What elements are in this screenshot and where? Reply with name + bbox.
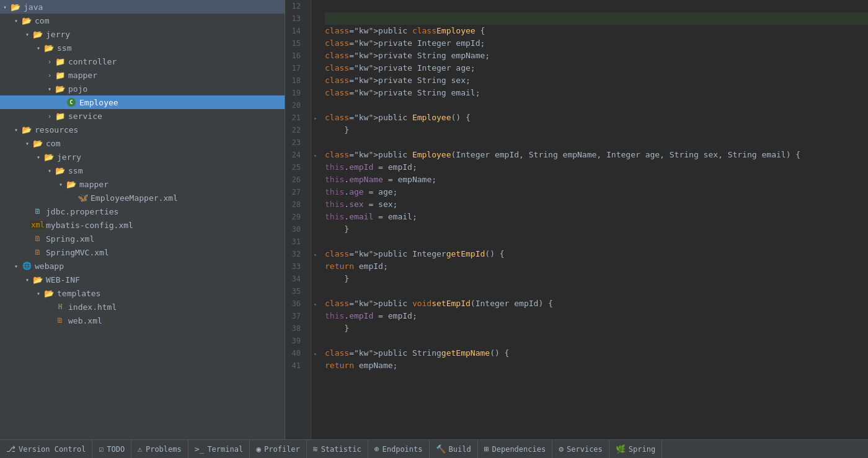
- tree-item-controller[interactable]: 📁controller: [0, 55, 285, 68]
- fold-marker[interactable]: ▸: [314, 350, 317, 357]
- tree-arrow-mapper[interactable]: [45, 72, 55, 79]
- tree-item-webxml[interactable]: 🗎web.xml: [0, 314, 285, 327]
- bottom-tool-label-spring: Spring: [629, 445, 655, 454]
- code-line-28: this.sex = sex;: [325, 198, 868, 211]
- tree-item-springmvc[interactable]: 🗎SpringMVC.xml: [0, 245, 285, 259]
- tree-arrow-com2[interactable]: [22, 140, 32, 147]
- tree-item-ssm1[interactable]: 📂ssm: [0, 41, 285, 55]
- line-number-13: 13: [285, 12, 306, 25]
- fold-marker[interactable]: ▸: [314, 152, 317, 159]
- line-number-31: 31: [285, 236, 306, 248]
- tree-label-ssm2: ssm: [68, 166, 82, 175]
- gutter-41: [311, 359, 320, 372]
- tree-item-templates[interactable]: 📂templates: [0, 286, 285, 300]
- code-line-33: return empId;: [325, 260, 868, 273]
- folder-open-icon: 📂: [33, 30, 43, 39]
- gutter-20: [311, 99, 320, 112]
- file-icon-pojo: 📂: [55, 84, 66, 93]
- tree-arrow-webapp[interactable]: [11, 263, 21, 270]
- tree-arrow-webinf[interactable]: [22, 276, 32, 283]
- bottom-tool-profiler[interactable]: ◉Profiler: [250, 440, 307, 458]
- file-tree: 📂java📂com📂jerry📂ssm📁controller📁mapper📂po…: [0, 0, 285, 439]
- fold-marker[interactable]: ▸: [314, 301, 317, 307]
- file-icon-webinf: 📂: [32, 275, 43, 284]
- code-line-39: [325, 335, 868, 347]
- fold-marker[interactable]: ▸: [314, 115, 317, 121]
- xml2-icon: 🗎: [34, 248, 42, 257]
- tree-item-com2[interactable]: 📂com: [0, 136, 285, 150]
- tree-arrow-resources[interactable]: [11, 126, 21, 133]
- tree-label-templates: templates: [57, 289, 100, 298]
- line-number-30: 30: [285, 223, 306, 236]
- tree-label-com2: com: [46, 139, 60, 148]
- tree-item-ssm2[interactable]: 📂ssm: [0, 164, 285, 177]
- file-icon-com2: 📂: [32, 139, 43, 148]
- bottom-tool-terminal[interactable]: >_Terminal: [188, 440, 250, 458]
- tree-item-jdbc[interactable]: 🗎jdbc.properties: [0, 205, 285, 218]
- bottom-tool-todo[interactable]: ☑TODO: [92, 440, 131, 458]
- folder-open-icon: 📂: [44, 289, 54, 298]
- tree-item-indexhtml[interactable]: Hindex.html: [0, 300, 285, 314]
- tree-arrow-mapper2[interactable]: [56, 181, 66, 188]
- bottom-tool-statistic[interactable]: ≋Statistic: [307, 440, 368, 458]
- bottom-tool-label-endpoints: Endpoints: [383, 445, 423, 454]
- tree-arrow-pojo[interactable]: [45, 86, 55, 92]
- tree-item-service[interactable]: 📁service: [0, 109, 285, 123]
- tree-item-mybatis[interactable]: xmlmybatis-config.xml: [0, 218, 285, 232]
- tree-item-resources[interactable]: 📂resources: [0, 123, 285, 136]
- tree-item-webapp[interactable]: 🌐webapp: [0, 259, 285, 273]
- tree-arrow-templates[interactable]: [33, 290, 43, 297]
- bottom-tool-endpoints[interactable]: ⊕Endpoints: [368, 440, 430, 458]
- line-number-21: 21: [285, 112, 306, 124]
- line-number-17: 17: [285, 62, 306, 74]
- tree-arrow-java[interactable]: [0, 4, 10, 11]
- folder-open-icon: 📂: [55, 166, 65, 175]
- tree-item-com1[interactable]: 📂com: [0, 14, 285, 27]
- tree-item-jerry1[interactable]: 📂jerry: [0, 27, 285, 41]
- bottom-tool-spring[interactable]: 🌿Spring: [609, 440, 662, 458]
- tree-item-EmployeeMapper[interactable]: 🦋EmployeeMapper.xml: [0, 191, 285, 205]
- gutter-23: [311, 136, 320, 149]
- tree-item-mapper2[interactable]: 📂mapper: [0, 177, 285, 191]
- code-line-25: this.empId = empId;: [325, 161, 868, 174]
- tree-item-mapper[interactable]: 📁mapper: [0, 68, 285, 82]
- tree-arrow-ssm1[interactable]: [33, 45, 43, 51]
- tree-item-pojo[interactable]: 📂pojo: [0, 82, 285, 95]
- code-line-20: [325, 99, 868, 112]
- bottom-tool-problems[interactable]: ⚠Problems: [131, 440, 188, 458]
- tree-item-Employee[interactable]: CEmployee: [0, 95, 285, 109]
- code-line-29: this.email = email;: [325, 211, 868, 223]
- tree-label-webapp: webapp: [35, 262, 64, 271]
- fold-marker[interactable]: ▸: [314, 251, 317, 258]
- tree-item-spring[interactable]: 🗎Spring.xml: [0, 232, 285, 245]
- code-gutter: ▸▸▸▸▸: [311, 0, 320, 439]
- bottom-tool-build[interactable]: 🔨Build: [430, 440, 478, 458]
- tree-item-java[interactable]: 📂java: [0, 0, 285, 14]
- tree-arrow-service[interactable]: [45, 113, 55, 120]
- bottom-tool-dependencies[interactable]: ⊞Dependencies: [478, 440, 553, 458]
- tree-item-webinf[interactable]: 📂WEB-INF: [0, 273, 285, 286]
- tree-arrow-controller[interactable]: [45, 58, 55, 65]
- bottom-tool-services[interactable]: ⚙Services: [552, 440, 609, 458]
- tree-arrow-com1[interactable]: [11, 17, 21, 24]
- tree-arrow-jerry1[interactable]: [22, 31, 32, 38]
- tree-label-service: service: [68, 112, 102, 121]
- bottom-tool-version-control[interactable]: ⎇Version Control: [0, 440, 92, 458]
- tree-label-EmployeeMapper: EmployeeMapper.xml: [91, 193, 178, 203]
- line-number-28: 28: [285, 198, 306, 211]
- file-icon-indexhtml: H: [55, 302, 66, 311]
- file-icon-mybatis: xml: [32, 221, 43, 229]
- tree-arrow-ssm2[interactable]: [45, 167, 55, 174]
- tree-label-java: java: [24, 2, 43, 12]
- line-number-33: 33: [285, 260, 306, 273]
- gutter-16: [311, 50, 320, 62]
- line-number-29: 29: [285, 211, 306, 223]
- tree-label-jerry1: jerry: [46, 30, 70, 39]
- code-line-41: return empName;: [325, 359, 868, 372]
- code-line-32: class="kw">public Integer getEmpId() {: [325, 248, 868, 260]
- file-icon-jerry2: 📂: [43, 152, 55, 161]
- gutter-39: [311, 335, 320, 347]
- tree-arrow-jerry2[interactable]: [33, 154, 43, 161]
- code-line-34: }: [325, 273, 868, 285]
- tree-item-jerry2[interactable]: 📂jerry: [0, 150, 285, 164]
